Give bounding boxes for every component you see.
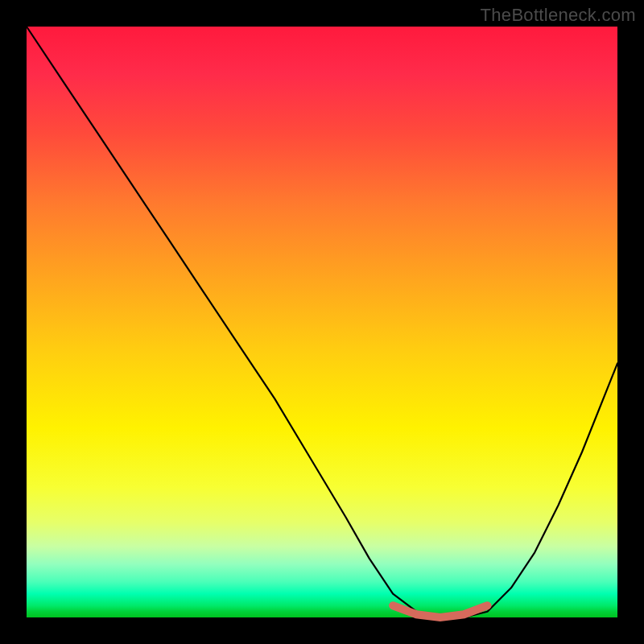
- plot-area: [27, 27, 617, 617]
- watermark-text: TheBottleneck.com: [481, 5, 636, 26]
- bottleneck-curve: [27, 27, 617, 617]
- curve-layer: [27, 27, 617, 617]
- chart-frame: TheBottleneck.com: [0, 0, 644, 644]
